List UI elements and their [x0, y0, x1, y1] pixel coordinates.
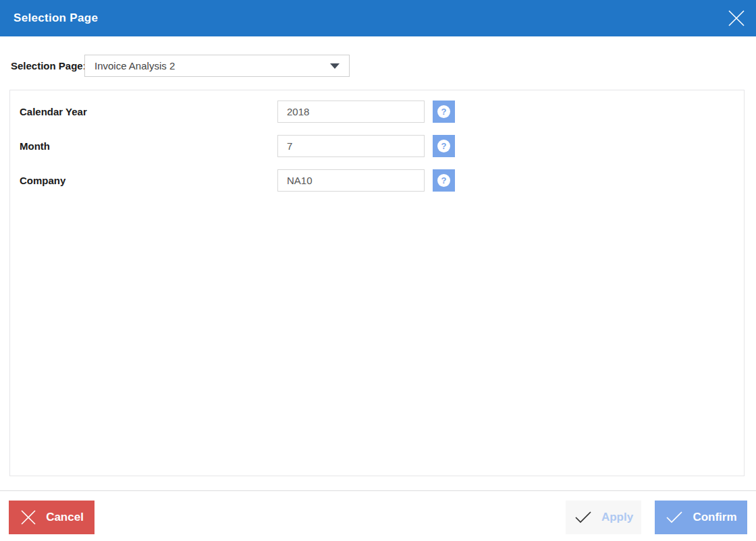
- question-icon: ?: [437, 174, 450, 187]
- x-icon: [20, 509, 37, 526]
- calendar-year-label: Calendar Year: [20, 101, 87, 123]
- apply-button[interactable]: Apply: [566, 501, 641, 534]
- check-icon: [665, 511, 684, 524]
- month-help-button[interactable]: ?: [433, 135, 455, 157]
- question-icon: ?: [437, 140, 450, 152]
- company-help-button[interactable]: ?: [433, 169, 455, 192]
- selection-page-dropdown-value: Invoice Analysis 2: [94, 60, 175, 72]
- field-row-company: Company ?: [10, 169, 744, 192]
- parameters-panel: Calendar Year ? Month ? Company ?: [9, 90, 745, 476]
- selection-page-label: Selection Page:: [11, 60, 86, 72]
- confirm-button[interactable]: Confirm: [655, 501, 747, 534]
- confirm-button-label: Confirm: [693, 511, 736, 524]
- selection-page-dropdown[interactable]: Invoice Analysis 2: [84, 55, 350, 77]
- cancel-button[interactable]: Cancel: [9, 501, 94, 534]
- field-row-month: Month ?: [10, 135, 744, 157]
- selection-page-dialog: Selection Page Selection Page: Invoice A…: [0, 0, 756, 541]
- apply-button-label: Apply: [601, 511, 633, 524]
- cancel-button-label: Cancel: [46, 511, 84, 524]
- month-label: Month: [20, 135, 50, 157]
- field-row-calendar-year: Calendar Year ?: [10, 101, 744, 123]
- company-input[interactable]: [277, 169, 425, 192]
- chevron-down-icon: [330, 63, 340, 69]
- dialog-title: Selection Page: [14, 11, 98, 25]
- dialog-header: Selection Page: [0, 0, 756, 36]
- company-label: Company: [20, 169, 65, 192]
- close-icon: [726, 8, 747, 28]
- check-icon: [574, 511, 593, 524]
- close-button[interactable]: [726, 7, 747, 29]
- calendar-year-input[interactable]: [277, 101, 425, 123]
- footer-divider: [0, 490, 756, 491]
- month-input[interactable]: [277, 135, 425, 157]
- calendar-year-help-button[interactable]: ?: [433, 101, 455, 123]
- question-icon: ?: [437, 105, 450, 118]
